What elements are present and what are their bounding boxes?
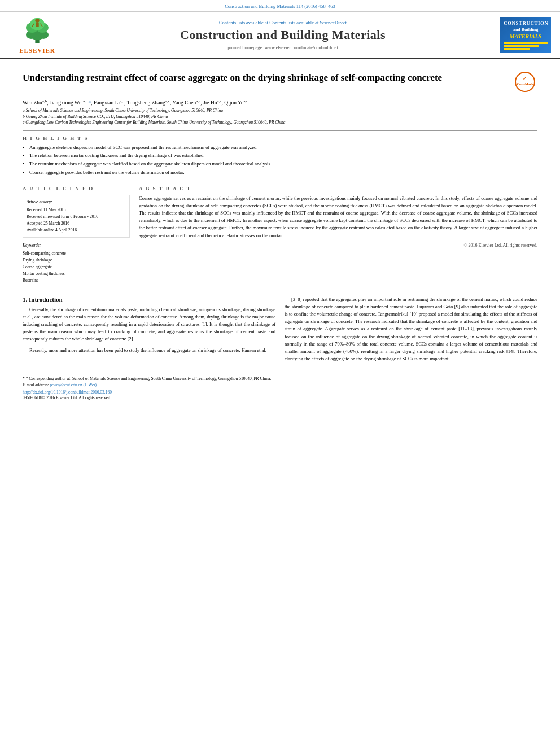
affil-a2: a,c,	[83, 99, 89, 103]
elsevier-tree-icon	[15, 16, 60, 45]
two-column-layout: A R T I C L E I N F O Article history: R…	[23, 186, 537, 284]
accepted-date: Accepted 25 March 2016	[27, 220, 126, 227]
svg-point-7	[35, 19, 39, 23]
journal-homepage: journal homepage: www.elsevier.com/locat…	[71, 45, 495, 50]
fangxian-li: Fangxian Li	[94, 100, 120, 106]
highlight-3: The restraint mechanism of aggregate was…	[23, 160, 537, 168]
footer-section: * * Corresponding author at: School of M…	[23, 372, 537, 401]
affil-a6: a,c	[217, 99, 222, 103]
journal-logo-right: Construction and Building MATERIALS	[500, 17, 551, 53]
keyword-5: Restraint	[23, 277, 130, 284]
affiliation-b: b Guang Zhou Institute of Building Scien…	[23, 114, 537, 120]
intro-left: 1. Introduction Generally, the shrinkage…	[23, 296, 275, 366]
wen-zhu: Wen Zhu	[23, 100, 42, 106]
keyword-3: Coarse aggregate	[23, 264, 130, 270]
journal-title: Construction and Building Materials	[71, 28, 495, 42]
journal-header-center: Contents lists available at Contents lis…	[71, 20, 495, 50]
elsevier-brand-text: ELSEVIER	[19, 47, 55, 54]
keyword-2: Drying shrinkage	[23, 257, 130, 264]
intro-p-right: [3–8] reported that the aggregates play …	[285, 296, 537, 363]
corresponding-star: *	[89, 100, 91, 106]
paper-title-section: Understanding restraint effect of coarse…	[23, 66, 537, 95]
affiliation-c: c Guangdong Low Carbon Technologies Engi…	[23, 120, 537, 126]
intro-body-right: [3–8] reported that the aggregates play …	[285, 296, 537, 363]
abstract-text: Coarse aggregate serves as a restraint o…	[139, 195, 537, 239]
sciencedirect-link: Contents lists available at Contents lis…	[71, 20, 495, 25]
highlight-1: An aggregate skeleton dispersion model o…	[23, 144, 537, 151]
paper-title: Understanding restraint effect of coarse…	[23, 72, 515, 85]
elsevier-logo: ELSEVIER	[9, 16, 65, 54]
abstract-body: Coarse aggregate serves as a restraint o…	[139, 195, 537, 238]
main-content: Understanding restraint effect of coarse…	[0, 59, 560, 408]
svg-rect-8	[36, 23, 38, 27]
doi-link[interactable]: http://dx.doi.org/10.1016/j.conbuildmat.…	[23, 390, 537, 395]
keyword-4: Mortar coating thickness	[23, 270, 130, 277]
qijun-yu: Qijun Yu	[224, 100, 243, 106]
abstract-column: A B S T R A C T Coarse aggregate serves …	[139, 186, 537, 284]
divider-3	[23, 289, 537, 289]
issn-line: 0950-0618/© 2016 Elsevier Ltd. All right…	[23, 395, 537, 401]
authors-section: Wen Zhua,b, Jiangxiong Weia,c,*, Fangxia…	[23, 99, 537, 106]
intro-p1: Generally, the shrinkage of cementitious…	[23, 306, 275, 343]
sciencedirect-name[interactable]: Contents lists available at ScienceDirec…	[269, 20, 347, 25]
doi-text: Construction and Building Materials 114 …	[225, 3, 335, 9]
highlight-2: The relation between mortar coating thic…	[23, 152, 537, 159]
affil-a5: a,c	[196, 99, 200, 103]
jiangxiong-wei: Jiangxiong Wei	[50, 100, 83, 106]
affiliation-a: a School of Materials Science and Engine…	[23, 108, 537, 114]
abstract-title: A B S T R A C T	[139, 186, 537, 191]
email-note: E-mail address: jcwei@scut.edu.cn (J. We…	[23, 382, 537, 388]
affil-a7: a,c	[244, 99, 248, 103]
logo-line3: MATERIALS	[504, 33, 548, 40]
affil-a: a,b	[42, 99, 47, 103]
keywords-label: Keywords:	[23, 242, 130, 249]
keyword-1: Self-compacting concrete	[23, 250, 130, 257]
intro-p2: Recently, more and more attention has be…	[23, 347, 275, 354]
introduction-section: 1. Introduction Generally, the shrinkage…	[23, 296, 537, 366]
doi-bar: Construction and Building Materials 114 …	[0, 0, 560, 12]
article-info-title: A R T I C L E I N F O	[23, 186, 130, 191]
email-address: jcwei@scut.edu.cn (J. Wei).	[50, 382, 98, 387]
divider-1	[23, 130, 537, 131]
history-label: Article history:	[27, 199, 126, 206]
jie-hu: Jie Hu	[203, 100, 217, 106]
intro-body-left: Generally, the shrinkage of cementitious…	[23, 306, 275, 354]
logo-line1: Construction	[504, 20, 548, 27]
corresponding-text: * Corresponding author at: School of Mat…	[26, 376, 272, 381]
highlights-title: H I G H L I G H T S	[23, 136, 537, 141]
highlights-section: H I G H L I G H T S An aggregate skeleto…	[23, 136, 537, 176]
corresponding-note: * * Corresponding author at: School of M…	[23, 375, 537, 382]
crossmark-badge: ✓CrossMark	[515, 72, 537, 92]
copyright-line: © 2016 Elsevier Ltd. All rights reserved…	[139, 243, 537, 248]
affil-a4: a,c	[165, 99, 170, 103]
affiliations: a School of Materials Science and Engine…	[23, 108, 537, 126]
crossmark-label: ✓CrossMark	[517, 77, 533, 87]
yang-chen: Yang Chen	[172, 100, 196, 106]
affil-a3: a,c	[120, 99, 124, 103]
journal-header: ELSEVIER Contents lists available at Con…	[0, 12, 560, 59]
available-date: Available online 4 April 2016	[27, 227, 126, 234]
intro-title: 1. Introduction	[23, 296, 275, 303]
intro-right: [3–8] reported that the aggregates play …	[285, 296, 537, 366]
divider-2	[23, 181, 537, 181]
homepage-text: journal homepage: www.elsevier.com/locat…	[228, 45, 338, 50]
email-label: E-mail address:	[23, 382, 49, 387]
crossmark-icon: ✓CrossMark	[515, 72, 535, 92]
revised-date: Received in revised form 6 February 2016	[27, 213, 126, 220]
article-info-box: Article history: Received 11 May 2015 Re…	[23, 195, 130, 238]
logo-line2: and Building	[504, 27, 548, 33]
received-date: Received 11 May 2015	[27, 207, 126, 213]
tongsheng-zhang: Tongsheng Zhang	[127, 100, 165, 106]
highlight-4: Coarser aggregate provides better restra…	[23, 169, 537, 176]
logo-bars	[504, 42, 548, 50]
keywords-box: Keywords: Self-compacting concrete Dryin…	[23, 242, 130, 284]
page: Construction and Building Materials 114 …	[0, 0, 560, 747]
article-info-column: A R T I C L E I N F O Article history: R…	[23, 186, 130, 284]
